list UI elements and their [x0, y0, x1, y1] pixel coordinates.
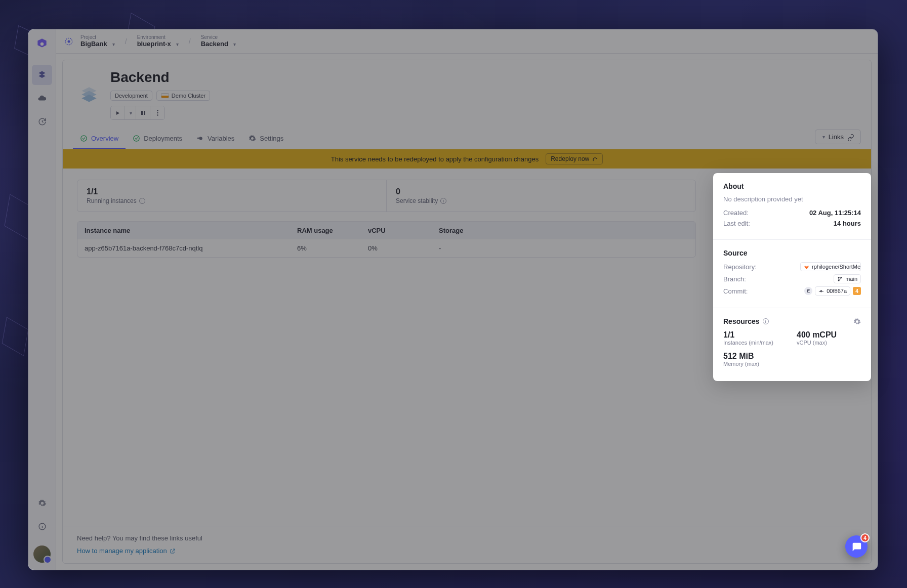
col-header-cpu: vCPU: [368, 227, 439, 234]
branch-chip-label: main: [845, 276, 857, 282]
svg-point-8: [157, 114, 158, 115]
left-nav-rail: [28, 29, 56, 570]
info-icon[interactable]: i: [139, 198, 145, 204]
check-circle-icon: [133, 135, 140, 142]
res-instances-lbl: Instances (min/max): [723, 340, 788, 346]
commit-chip[interactable]: 00f867a: [815, 286, 850, 296]
chevron-down-icon: ▾: [176, 41, 179, 48]
about-created-key: Created:: [723, 209, 749, 217]
breadcrumb-sep: /: [125, 37, 127, 46]
refresh-icon: [592, 156, 598, 162]
res-vcpu-lbl: vCPU (max): [797, 340, 861, 346]
tab-settings-label: Settings: [260, 135, 283, 142]
info-icon[interactable]: i: [440, 198, 446, 204]
chevron-down-icon: ▾: [112, 41, 115, 48]
res-mem-lbl: Memory (max): [723, 361, 788, 367]
stat-stability: 0 Service stability i: [387, 180, 695, 212]
col-header-ram: RAM usage: [297, 227, 368, 234]
links-dropdown-button[interactable]: ▾ Links: [815, 130, 861, 144]
nav-info-button[interactable]: [32, 516, 52, 536]
branch-chip[interactable]: main: [834, 274, 861, 283]
play-button[interactable]: [111, 106, 125, 119]
user-avatar[interactable]: [33, 545, 51, 563]
env-tag: Development: [110, 91, 152, 101]
svg-point-9: [81, 136, 87, 141]
redeploy-button-label: Redeploy now: [551, 155, 589, 162]
tab-overview[interactable]: Overview: [73, 129, 126, 149]
breadcrumb-project-value: BigBank: [80, 40, 107, 48]
breadcrumb-sep: /: [189, 37, 191, 46]
svg-point-10: [134, 136, 139, 141]
resources-heading: Resources: [723, 317, 760, 325]
stat-stability-val: 0: [396, 187, 686, 196]
gitlab-icon: [804, 264, 809, 270]
app-logo-icon: [34, 36, 50, 52]
stat-instances-lbl: Running instances: [87, 197, 137, 204]
page-title: Backend: [110, 69, 210, 86]
external-link-icon: [170, 548, 176, 554]
breadcrumb-project-dropdown[interactable]: BigBank ▾: [80, 40, 115, 48]
commit-badge-e: E: [804, 287, 812, 295]
breadcrumb-env-value: blueprint-x: [137, 40, 171, 48]
breadcrumb-service-dropdown[interactable]: Backend ▾: [201, 40, 236, 48]
tab-settings[interactable]: Settings: [241, 129, 291, 149]
svg-point-0: [40, 43, 44, 46]
tab-overview-label: Overview: [91, 135, 118, 142]
about-lastedit-val: 14 hours: [834, 220, 861, 227]
redeploy-button[interactable]: Redeploy now: [546, 153, 603, 164]
col-header-name: Instance name: [85, 227, 297, 234]
help-link-label: How to manage my application: [77, 547, 167, 555]
cluster-tag-label: Demo Cluster: [172, 93, 205, 99]
tab-deployments[interactable]: Deployments: [126, 129, 189, 149]
repo-chip[interactable]: rphilogene/ShortMe...: [800, 262, 861, 271]
chat-icon: [851, 541, 862, 552]
table-row[interactable]: app-z65b7161a-backend-f768c7cd-nqtlq 6% …: [77, 239, 695, 257]
instances-table: Instance name RAM usage vCPU Storage app…: [77, 221, 696, 258]
res-mem-val: 512 MiB: [723, 352, 788, 361]
redeploy-banner: This service needs to be redeployed to a…: [63, 149, 871, 169]
res-vcpu-val: 400 mCPU: [797, 330, 861, 340]
repo-chip-label: rphilogene/ShortMe...: [812, 264, 861, 270]
chevron-down-icon: ▾: [233, 41, 236, 48]
commit-key: Commit:: [723, 287, 748, 295]
about-created-val: 02 Aug, 11:25:14: [809, 209, 861, 217]
svg-point-3: [68, 40, 70, 43]
about-lastedit-key: Last edit:: [723, 220, 750, 227]
git-branch-icon: [837, 276, 843, 282]
banner-text: This service needs to be redeployed to a…: [331, 155, 539, 163]
help-link-manage-app[interactable]: How to manage my application: [77, 547, 176, 555]
stop-button[interactable]: [136, 106, 150, 119]
about-heading: About: [723, 182, 861, 190]
more-button[interactable]: [150, 106, 164, 119]
svg-point-11: [820, 290, 822, 292]
key-icon: [196, 135, 204, 142]
git-commit-icon: [818, 288, 824, 294]
breadcrumb-service-value: Backend: [201, 40, 228, 48]
cell-storage: -: [439, 244, 688, 252]
service-layers-icon: [77, 81, 101, 106]
breadcrumb-env-dropdown[interactable]: blueprint-x ▾: [137, 40, 179, 48]
nav-services-button[interactable]: [32, 65, 52, 85]
cell-cpu: 0%: [368, 244, 439, 252]
commit-chip-label: 00f867a: [827, 288, 847, 294]
chevron-down-icon: ▾: [822, 134, 825, 140]
resources-settings-button[interactable]: [853, 318, 861, 325]
gear-icon: [249, 135, 256, 142]
stat-stability-lbl: Service stability: [396, 197, 438, 204]
cell-ram: 6%: [297, 244, 368, 252]
play-options-button[interactable]: ▾: [125, 106, 136, 119]
about-panel: About No description provided yet Create…: [713, 173, 871, 381]
help-area: Need help? You may find these links usef…: [63, 526, 871, 563]
check-circle-icon: [80, 135, 88, 142]
aws-icon: [161, 93, 169, 98]
info-icon[interactable]: i: [763, 318, 769, 324]
chat-notif-badge: 4: [860, 533, 870, 542]
nav-settings-button[interactable]: [32, 493, 52, 513]
chat-fab-button[interactable]: 4: [845, 535, 868, 558]
tab-variables[interactable]: Variables: [189, 129, 241, 149]
svg-point-6: [157, 110, 158, 111]
nav-history-button[interactable]: [32, 111, 52, 132]
link-icon: [847, 134, 854, 141]
nav-cloud-button[interactable]: [32, 88, 52, 108]
svg-point-7: [157, 112, 158, 113]
